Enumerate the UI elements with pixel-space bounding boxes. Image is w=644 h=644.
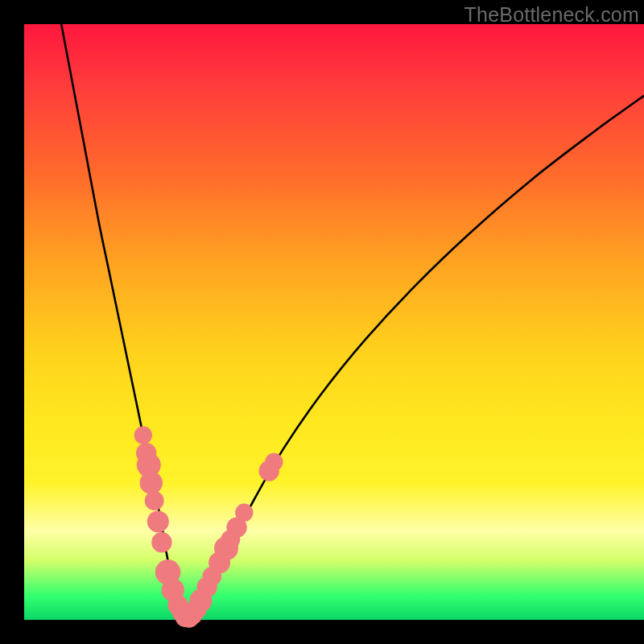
chart-frame: TheBottleneck.com	[0, 0, 644, 644]
curve-markers	[134, 426, 283, 627]
curve-marker	[235, 504, 253, 522]
curve-marker	[265, 453, 283, 471]
curve-marker	[151, 532, 171, 552]
curve-marker	[145, 491, 164, 510]
curve-marker	[134, 426, 152, 444]
bottleneck-curve-svg	[24, 24, 644, 620]
curve-marker	[147, 510, 169, 532]
bottleneck-curve	[61, 24, 644, 621]
attribution-label: TheBottleneck.com	[464, 3, 639, 27]
plot-area	[24, 24, 644, 620]
curve-marker	[140, 472, 163, 494]
